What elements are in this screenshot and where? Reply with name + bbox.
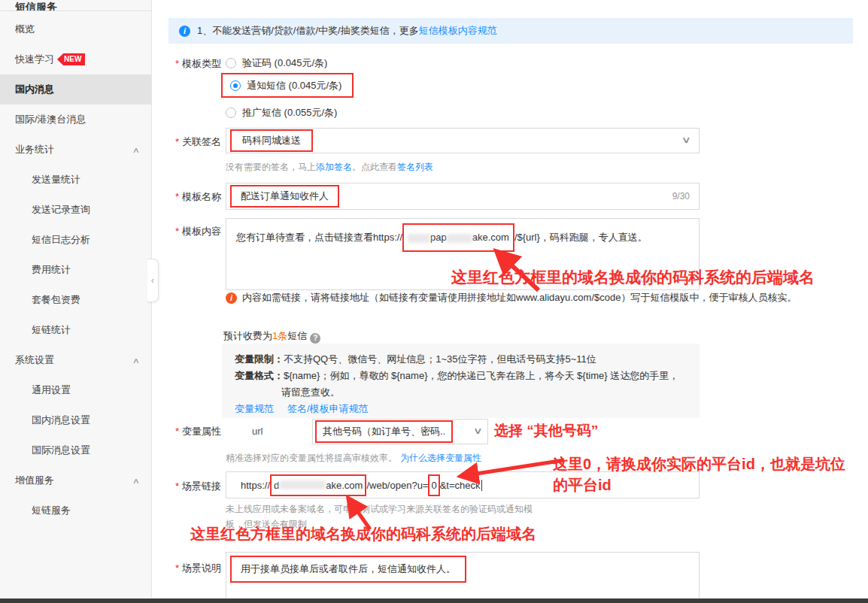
sidebar-group-label: 业务统计 — [15, 144, 54, 155]
variable-format-line: 变量格式：${name}；例如，尊敬的 ${name}，您的快递已飞奔在路上，将… — [235, 368, 689, 384]
char-counter: 9/30 — [672, 191, 690, 202]
sidebar-item-label: 发送量统计 — [32, 174, 80, 185]
template-apply-spec-link[interactable]: 签名/模板申请规范 — [287, 403, 369, 414]
sidebar-item-package-fees[interactable]: 套餐包资费 — [0, 285, 151, 315]
redacted-text — [279, 480, 326, 489]
fee-count: 1条 — [272, 330, 287, 341]
sidebar-header-clipped: 短信服务 — [0, 0, 151, 11]
chevron-left-icon: ‹ — [151, 274, 154, 286]
radio-option-verification-code[interactable]: 验证码 (0.045元/条) — [226, 56, 327, 70]
sidebar-item-domestic-message-settings[interactable]: 国内消息设置 — [0, 405, 151, 435]
url-domain-tail: ake.com — [326, 480, 363, 491]
banner-link-template-rules[interactable]: 短信模板内容规范 — [419, 24, 497, 38]
info-icon: i — [179, 26, 190, 37]
template-type-label: *模板类型 — [175, 57, 221, 71]
signature-label: *关联签名 — [175, 135, 221, 149]
sidebar-item-fee-stats[interactable]: 费用统计 — [0, 255, 151, 285]
chevron-up-icon: ∧ — [132, 347, 140, 374]
required-marker: * — [175, 136, 179, 147]
sidebar-group-value-added-services[interactable]: 增值服务∧ — [0, 465, 151, 495]
help-icon[interactable]: ? — [310, 333, 320, 344]
redacted-text — [408, 234, 430, 243]
window-bottom-edge — [0, 598, 868, 603]
sidebar-item-quick-learn[interactable]: 快速学习NEW — [0, 44, 151, 74]
add-signature-link[interactable]: 添加签名 — [316, 162, 352, 172]
variable-spec-link[interactable]: 变量规范 — [235, 403, 274, 414]
signature-list-link[interactable]: 签名列表 — [397, 162, 433, 172]
sidebar-item-general-settings[interactable]: 通用设置 — [0, 375, 151, 405]
sidebar-item-label: 套餐包资费 — [32, 294, 80, 305]
radio-label: 验证码 (0.045元/条) — [242, 57, 327, 68]
radio-icon[interactable] — [226, 108, 236, 118]
sidebar-group-business-stats[interactable]: 业务统计∧ — [0, 135, 151, 165]
template-name-label: *模板名称 — [175, 190, 221, 204]
url-platform-id: 0 — [431, 480, 436, 491]
sidebar-item-label: 国际/港澳台消息 — [15, 114, 86, 125]
scene-link-input[interactable]: https://dake.com/web/open?u=0&t=check — [226, 471, 700, 498]
radio-icon[interactable] — [226, 58, 236, 68]
radio-option-promo-sms[interactable]: 推广短信 (0.055元/条) — [226, 105, 337, 120]
sidebar-item-label: 国内消息设置 — [32, 414, 90, 426]
required-marker: * — [175, 426, 179, 437]
url-scheme: https:// — [241, 480, 270, 491]
radio-option-notification-sms[interactable]: 通知短信 (0.045元/条) — [221, 73, 354, 98]
sidebar-item-overview[interactable]: 概览 — [0, 14, 151, 44]
note-icon: i — [226, 292, 237, 304]
scene-link-helper-line1: 未上线应用或未备案域名，可申请测试或学习来源关联签名的验证码或通知模 — [226, 503, 533, 516]
new-badge: NEW — [57, 53, 85, 65]
variable-limit-line: 变量限制：不支持QQ号、微信号、网址信息；1~35位字符，但电话号码支持5~11… — [235, 351, 689, 368]
char-counter: 38/500 — [632, 274, 660, 285]
notice-banner: i 1、不能发送营销/贷款/借款/中奖/抽奖类短信，更多 短信模板内容规范 — [168, 18, 853, 44]
sidebar-item-shortlink-service[interactable]: 短链服务 — [0, 495, 151, 526]
chevron-up-icon: ∧ — [132, 136, 140, 163]
sidebar-item-label: 通用设置 — [32, 384, 71, 395]
sidebar-item-label: 费用统计 — [32, 264, 71, 275]
scene-desc-value: 用于接单员接单后或者取件后，短信通知收件人。 — [230, 556, 466, 583]
url-path: /web/open?u= — [366, 480, 428, 491]
content-domain-tail: ake.com — [472, 232, 509, 243]
sidebar-nav: 概览 快速学习NEW 国内消息 国际/港澳台消息 业务统计∧ 发送量统计 发送记… — [0, 11, 151, 526]
template-content-label: *模板内容 — [175, 225, 221, 238]
signature-select-value: 码科同城速送 — [230, 129, 313, 152]
sidebar-collapse-handle[interactable]: ‹ — [147, 259, 159, 302]
sidebar-item-shortlink-stats[interactable]: 短链统计 — [0, 315, 151, 345]
url-query: &t=check — [440, 480, 481, 491]
why-variable-attr-link[interactable]: 为什么选择变量属性 — [400, 453, 481, 463]
sms-template-create-page: 短信服务 概览 快速学习NEW 国内消息 国际/港澳台消息 业务统计∧ 发送量统… — [0, 0, 868, 603]
url-domain-head: d — [274, 480, 279, 491]
platform-id-redbox: 0 — [428, 474, 439, 496]
radio-label: 推广短信 (0.055元/条) — [242, 107, 337, 118]
radio-icon-checked[interactable] — [230, 80, 241, 91]
template-name-input[interactable]: 配送订单通知收件人 9/30 — [226, 183, 700, 210]
variable-attr-value: 其他号码（如订单号、密码.. — [315, 420, 453, 443]
text-caret — [481, 480, 482, 491]
variable-format-cont: 请留意查收。 — [235, 384, 689, 401]
variable-name: url — [252, 426, 263, 437]
sidebar-item-domestic-messages[interactable]: 国内消息 — [0, 74, 151, 105]
sidebar-group-system-settings[interactable]: 系统设置∧ — [0, 345, 151, 375]
sidebar-group-label: 系统设置 — [15, 354, 54, 365]
sidebar-item-send-volume-stats[interactable]: 发送量统计 — [0, 165, 151, 195]
required-marker: * — [175, 226, 179, 237]
banner-text: 1、不能发送营销/贷款/借款/中奖/抽奖类短信，更多 — [197, 24, 419, 38]
variable-attr-label: *变量属性 — [175, 425, 221, 438]
sidebar-item-send-record-query[interactable]: 发送记录查询 — [0, 195, 151, 225]
variable-attr-helper: 精准选择对应的变量属性将提高审核效率。为什么选择变量属性 — [226, 452, 481, 465]
sidebar-item-international-messages[interactable]: 国际/港澳台消息 — [0, 105, 151, 135]
sidebar-item-label: 短链统计 — [32, 324, 71, 335]
scene-desc-textarea[interactable]: 用于接单员接单后或者取件后，短信通知收件人。 — [226, 552, 700, 603]
template-content-textarea[interactable]: 您有订单待查看，点击链接查看https://papake.com/${url}，… — [226, 218, 700, 290]
signature-select[interactable]: 码科同城速送 ∨ — [226, 128, 700, 153]
variable-attr-select[interactable]: 其他号码（如订单号、密码.. ∨ — [312, 419, 488, 444]
sidebar-item-international-message-settings[interactable]: 国际消息设置 — [0, 435, 151, 465]
required-marker: * — [175, 562, 179, 574]
required-marker: * — [175, 191, 179, 202]
sidebar-item-label: 快速学习 — [15, 53, 54, 65]
sidebar-item-label: 概览 — [15, 23, 35, 35]
redacted-text — [447, 234, 472, 243]
link-domain-redbox: dake.com — [270, 474, 366, 496]
sidebar-item-sms-log-analysis[interactable]: 短信日志分析 — [0, 225, 151, 255]
variable-rules-box: 变量限制：不支持QQ号、微信号、网址信息；1~35位字符，但电话号码支持5~11… — [222, 344, 700, 418]
sidebar-item-label: 短链服务 — [32, 505, 71, 516]
scene-link-label: *场景链接 — [175, 480, 221, 493]
